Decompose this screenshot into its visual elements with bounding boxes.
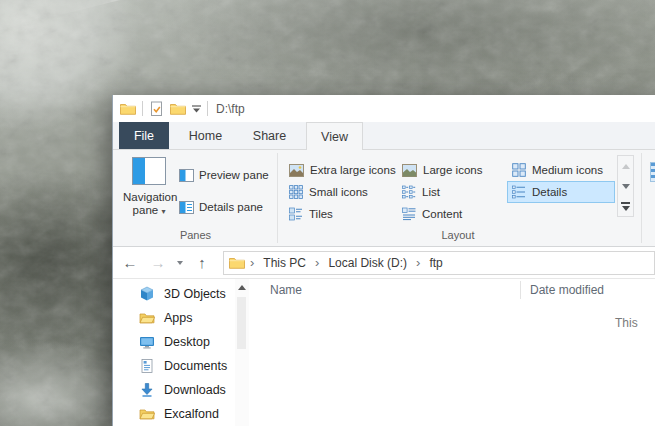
window-title: D:\ftp: [216, 102, 245, 116]
tiles-icon: [289, 207, 303, 221]
small-icons-icon: [289, 185, 303, 199]
preview-pane-icon: [179, 169, 194, 182]
navigation-pane-dropdown-icon: ▾: [161, 207, 165, 216]
desktop-icon: [139, 334, 155, 350]
breadcrumb-separator-icon[interactable]: ›: [247, 255, 257, 270]
medium-icons-icon: [512, 163, 526, 177]
column-headers: Name Date modified: [249, 279, 655, 301]
column-header-date-modified[interactable]: Date modified: [521, 283, 604, 297]
details-pane-label: Details pane: [199, 201, 263, 213]
ribbon-tab-row: File Home Share View: [113, 122, 655, 150]
screenshot-stage: D:\ftp File Home Share View Navigation p…: [0, 0, 655, 426]
window-folder-icon: [120, 102, 136, 115]
open-folder-icon: [139, 310, 155, 326]
navigation-pane-button[interactable]: Navigation pane ▾: [123, 157, 175, 218]
breadcrumb-ftp[interactable]: ftp: [425, 256, 446, 270]
list-label: List: [422, 186, 440, 198]
layout-large-icons-button[interactable]: Large icons: [397, 159, 487, 181]
breadcrumb-separator-icon[interactable]: ›: [312, 255, 322, 270]
extra-large-icons-icon: [289, 164, 304, 177]
tab-view[interactable]: View: [306, 122, 363, 150]
layout-list-button[interactable]: List: [397, 181, 445, 203]
preview-pane-label: Preview pane: [199, 169, 269, 181]
sidebar-item-documents[interactable]: Documents: [113, 354, 235, 378]
breadcrumb-separator-icon[interactable]: ›: [413, 255, 423, 270]
layout-details-button[interactable]: Details: [507, 181, 615, 203]
details-pane-button[interactable]: Details pane: [179, 197, 263, 217]
forward-button[interactable]: →: [149, 254, 167, 271]
extra-large-icons-label: Extra large icons: [310, 164, 396, 176]
large-icons-icon: [402, 164, 417, 177]
sidebar-item-label: Desktop: [164, 335, 210, 349]
sidebar-item-label: Apps: [164, 311, 193, 325]
column-header-name[interactable]: Name: [249, 283, 520, 297]
navigation-pane-label-2: pane: [133, 204, 159, 216]
sidebar-item-apps[interactable]: Apps: [113, 306, 235, 330]
titlebar-separator: [207, 101, 208, 116]
address-bar: ← → ↑ › This PC › Local Disk (D:) › ftp: [113, 247, 655, 279]
file-list: Name Date modified This: [249, 279, 655, 426]
file-explorer-window: D:\ftp File Home Share View Navigation p…: [112, 95, 655, 426]
downloads-icon: [139, 382, 155, 398]
sidebar-item-label: 3D Objects: [164, 287, 226, 301]
medium-icons-label: Medium icons: [532, 164, 603, 176]
ribbon-view: Navigation pane ▾ Preview pane Details p…: [113, 150, 655, 247]
layout-scroll-down-button[interactable]: [618, 176, 633, 196]
breadcrumb-this-pc[interactable]: This PC: [259, 256, 310, 270]
group-separator: [641, 153, 642, 243]
navigation-pane-scrollbar[interactable]: [235, 279, 249, 426]
empty-folder-message: This: [615, 316, 638, 330]
qat-new-folder-icon[interactable]: [170, 102, 186, 115]
details-pane-icon: [179, 201, 194, 214]
back-button[interactable]: ←: [121, 254, 139, 271]
titlebar-separator: [142, 101, 143, 116]
tab-home[interactable]: Home: [178, 122, 233, 149]
large-icons-label: Large icons: [423, 164, 482, 176]
layout-scroll-strip: [617, 155, 634, 217]
documents-icon: [139, 358, 155, 374]
title-bar[interactable]: D:\ftp: [113, 95, 655, 122]
sidebar-item-label: Excalfond: [164, 407, 219, 421]
content-icon: [402, 207, 416, 221]
next-group-partial-icon: [650, 162, 655, 182]
navigation-pane: 3D Objects Apps Desktop Documents Downlo…: [113, 279, 235, 426]
navigation-pane-icon: [132, 157, 166, 185]
details-view-icon: [512, 185, 526, 199]
breadcrumb-local-disk-d[interactable]: Local Disk (D:): [324, 256, 411, 270]
address-breadcrumb-field[interactable]: › This PC › Local Disk (D:) › ftp: [223, 251, 655, 275]
breadcrumb-folder-icon: [229, 256, 245, 269]
sidebar-item-label: Documents: [164, 359, 227, 373]
recent-locations-dropdown-icon[interactable]: [177, 261, 183, 265]
sidebar-item-desktop[interactable]: Desktop: [113, 330, 235, 354]
small-icons-label: Small icons: [309, 186, 368, 198]
navigation-pane-label-1: Navigation: [123, 191, 177, 203]
preview-pane-button[interactable]: Preview pane: [179, 165, 269, 185]
tab-file[interactable]: File: [119, 122, 169, 149]
content-area: 3D Objects Apps Desktop Documents Downlo…: [113, 279, 655, 426]
scrollbar-thumb[interactable]: [237, 297, 246, 349]
open-folder-icon: [139, 406, 155, 422]
layout-scroll-up-button[interactable]: [618, 156, 633, 176]
layout-small-icons-button[interactable]: Small icons: [284, 181, 373, 203]
sidebar-item-excalfond[interactable]: Excalfond: [113, 402, 235, 426]
layout-medium-icons-button[interactable]: Medium icons: [507, 159, 615, 181]
3d-objects-icon: [139, 286, 155, 302]
panes-group-label: Panes: [143, 229, 248, 241]
layout-content-button[interactable]: Content: [397, 203, 467, 225]
content-label: Content: [422, 208, 462, 220]
layout-more-button[interactable]: [618, 196, 633, 216]
list-icon: [402, 185, 416, 199]
scrollbar-up-icon[interactable]: [238, 285, 246, 290]
up-button[interactable]: ↑: [193, 254, 211, 271]
qat-properties-icon[interactable]: [149, 101, 164, 117]
layout-extra-large-icons-button[interactable]: Extra large icons: [284, 159, 401, 181]
tiles-label: Tiles: [309, 208, 333, 220]
sidebar-item-downloads[interactable]: Downloads: [113, 378, 235, 402]
qat-customize-dropdown-icon[interactable]: [192, 105, 201, 113]
sidebar-item-3d-objects[interactable]: 3D Objects: [113, 282, 235, 306]
sidebar-item-label: Downloads: [164, 383, 226, 397]
layout-group-label: Layout: [283, 229, 633, 241]
details-view-label: Details: [532, 186, 567, 198]
tab-share[interactable]: Share: [242, 122, 297, 149]
layout-tiles-button[interactable]: Tiles: [284, 203, 338, 225]
